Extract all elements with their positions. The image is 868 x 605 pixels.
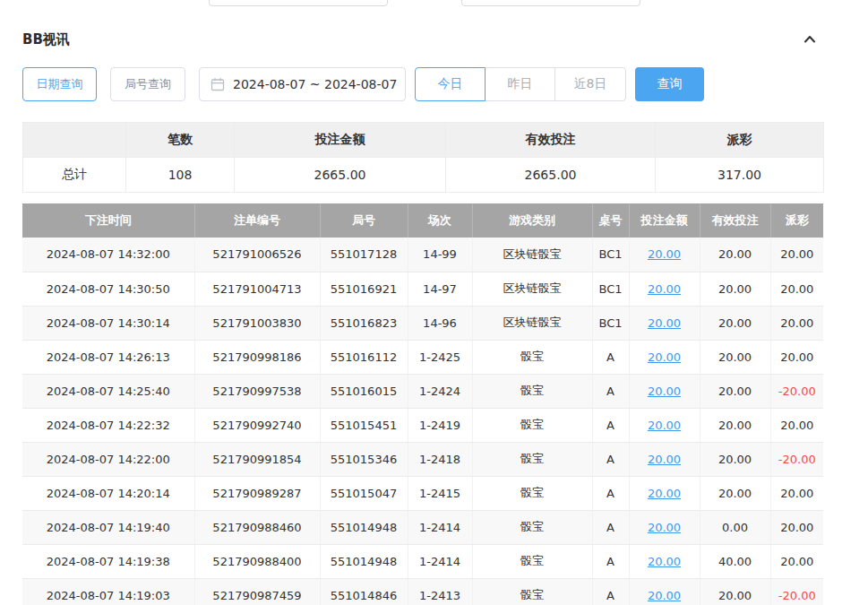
summary-total-bet-amount: 2665.00	[235, 158, 446, 193]
cell-bet-amount: 20.00	[629, 408, 700, 442]
cell-session: 1-2415	[408, 476, 472, 510]
bet-amount-link[interactable]: 20.00	[648, 589, 681, 602]
header-round-no: 局号	[320, 203, 408, 238]
bet-amount-link[interactable]: 20.00	[648, 316, 681, 330]
cell-valid-bet: 20.00	[700, 340, 770, 374]
round-query-tab[interactable]: 局号查询	[110, 67, 185, 101]
bet-amount-link[interactable]: 20.00	[648, 385, 681, 398]
cell-order-id: 521790989287	[194, 476, 320, 510]
bet-amount-link[interactable]: 20.00	[648, 419, 681, 432]
cell-payout: -20.00	[770, 374, 823, 408]
cell-game-type: 骰宝	[472, 442, 592, 476]
cell-bet-time: 2024-08-07 14:32:00	[22, 238, 194, 272]
cell-session: 1-2418	[408, 442, 472, 476]
table-row: 2024-08-07 14:19:03 521790987459 5510148…	[22, 578, 823, 605]
search-button[interactable]: 查询	[635, 67, 704, 101]
cell-valid-bet: 20.00	[700, 476, 770, 510]
date-range-value: 2024-08-07 ~ 2024-08-07	[233, 77, 397, 91]
cell-bet-amount: 20.00	[629, 544, 700, 578]
header-order-id: 注单编号	[194, 203, 320, 238]
summary-total-row: 总计 108 2665.00 2665.00 317.00	[23, 158, 824, 193]
bet-table-header-row: 下注时间 注单编号 局号 场次 游戏类别 桌号 投注金额 有效投注 派彩	[22, 203, 823, 238]
filter-bar: 日期查询 局号查询 2024-08-07 ~ 2024-08-07 今日 昨日 …	[22, 67, 823, 101]
table-row: 2024-08-07 14:22:32 521790992740 5510154…	[22, 408, 823, 442]
date-range-picker[interactable]: 2024-08-07 ~ 2024-08-07	[199, 67, 406, 101]
bet-amount-link[interactable]: 20.00	[648, 555, 681, 568]
cell-payout: 20.00	[770, 340, 823, 374]
date-query-tab[interactable]: 日期查询	[22, 67, 97, 101]
report-page: BB视讯 日期查询 局号查询 2024-08-07 ~ 2024-08-07 今…	[0, 0, 868, 605]
bet-amount-link[interactable]: 20.00	[648, 521, 681, 534]
cell-session: 1-2414	[408, 544, 472, 578]
cell-table-no: BC1	[592, 306, 629, 340]
cell-table-no: A	[592, 578, 629, 605]
cell-round-no: 551016015	[320, 374, 408, 408]
bet-table: 下注时间 注单编号 局号 场次 游戏类别 桌号 投注金额 有效投注 派彩 202…	[22, 203, 823, 605]
cell-order-id: 521791004713	[194, 272, 320, 306]
summary-header-count: 笔数	[126, 123, 235, 158]
cell-order-id: 521790991854	[194, 442, 320, 476]
quick-btn-today[interactable]: 今日	[415, 67, 486, 101]
top-input-1[interactable]	[209, 0, 388, 6]
summary-total-valid-bet: 2665.00	[446, 158, 656, 193]
summary-header-valid-bet: 有效投注	[446, 123, 656, 158]
cell-table-no: BC1	[592, 272, 629, 306]
bet-amount-link[interactable]: 20.00	[648, 487, 681, 500]
bet-amount-link[interactable]: 20.00	[648, 282, 681, 296]
bet-amount-link[interactable]: 20.00	[648, 247, 681, 261]
bet-amount-link[interactable]: 20.00	[648, 350, 681, 364]
summary-total-payout: 317.00	[656, 158, 824, 193]
top-input-2[interactable]	[461, 0, 640, 6]
bet-amount-link[interactable]: 20.00	[648, 453, 681, 466]
cell-round-no: 551015047	[320, 476, 408, 510]
cell-valid-bet: 0.00	[700, 510, 770, 544]
cell-table-no: A	[592, 544, 629, 578]
cell-session: 14-99	[408, 238, 472, 272]
cell-valid-bet: 20.00	[700, 408, 770, 442]
summary-header-bet-amount: 投注金额	[235, 123, 446, 158]
cell-order-id: 521790988460	[194, 510, 320, 544]
calendar-icon	[211, 77, 225, 91]
cell-table-no: A	[592, 408, 629, 442]
header-session: 场次	[408, 203, 472, 238]
cell-payout: 20.00	[770, 510, 823, 544]
cell-valid-bet: 20.00	[700, 578, 770, 605]
cell-order-id: 521791006526	[194, 238, 320, 272]
cell-bet-time: 2024-08-07 14:19:38	[22, 544, 194, 578]
cell-bet-time: 2024-08-07 14:19:40	[22, 510, 194, 544]
cell-bet-amount: 20.00	[629, 442, 700, 476]
quick-btn-last8days[interactable]: 近8日	[554, 67, 626, 101]
cell-round-no: 551017128	[320, 238, 408, 272]
summary-total-count: 108	[126, 158, 235, 193]
cell-round-no: 551014948	[320, 510, 408, 544]
cell-round-no: 551014846	[320, 578, 408, 605]
quick-btn-yesterday[interactable]: 昨日	[485, 67, 555, 101]
cell-payout: -20.00	[770, 442, 823, 476]
cell-session: 1-2413	[408, 578, 472, 605]
cell-bet-time: 2024-08-07 14:22:00	[22, 442, 194, 476]
summary-table: 笔数 投注金额 有效投注 派彩 总计 108 2665.00 2665.00 3…	[22, 122, 824, 193]
cell-bet-amount: 20.00	[629, 238, 700, 272]
cell-session: 1-2414	[408, 510, 472, 544]
bet-table-body: 2024-08-07 14:32:00 521791006526 5510171…	[22, 238, 823, 605]
cell-payout: 20.00	[770, 476, 823, 510]
table-row: 2024-08-07 14:19:38 521790988400 5510149…	[22, 544, 823, 578]
cell-game-type: 区块链骰宝	[472, 272, 592, 306]
cell-order-id: 521790992740	[194, 408, 320, 442]
cell-table-no: A	[592, 476, 629, 510]
cell-game-type: 骰宝	[472, 476, 592, 510]
cell-payout: 20.00	[770, 544, 823, 578]
cell-order-id: 521791003830	[194, 306, 320, 340]
cell-bet-time: 2024-08-07 14:19:03	[22, 578, 194, 605]
cell-order-id: 521790988400	[194, 544, 320, 578]
cell-bet-amount: 20.00	[629, 510, 700, 544]
collapse-chevron-icon[interactable]	[802, 31, 823, 48]
cell-bet-time: 2024-08-07 14:25:40	[22, 374, 194, 408]
cell-bet-amount: 20.00	[629, 340, 700, 374]
cell-valid-bet: 20.00	[700, 306, 770, 340]
table-row: 2024-08-07 14:30:14 521791003830 5510168…	[22, 306, 823, 340]
table-row: 2024-08-07 14:22:00 521790991854 5510153…	[22, 442, 823, 476]
cell-round-no: 551016921	[320, 272, 408, 306]
cell-round-no: 551014948	[320, 544, 408, 578]
cell-order-id: 521790997538	[194, 374, 320, 408]
